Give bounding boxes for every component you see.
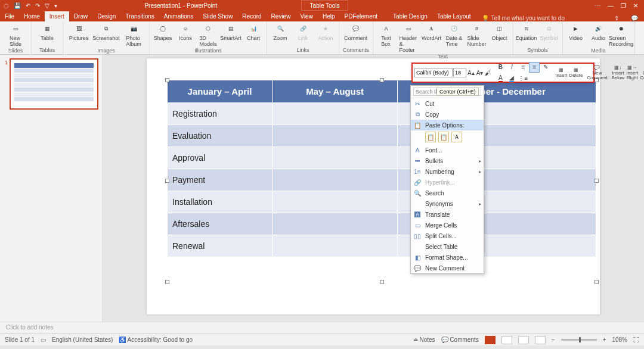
- screenshot-button[interactable]: ⧉Screenshot: [94, 23, 118, 41]
- ctx-translate[interactable]: 🅰Translate: [411, 209, 484, 220]
- font-name-input[interactable]: [414, 68, 453, 77]
- status-language[interactable]: English (United States): [52, 336, 113, 343]
- table-cell[interactable]: [273, 235, 398, 257]
- table-cell[interactable]: Payment: [168, 169, 273, 191]
- tab-table-layout[interactable]: Table Layout: [432, 11, 476, 21]
- ctx-font[interactable]: AFont...: [411, 145, 484, 155]
- zoom-level[interactable]: 108%: [612, 336, 627, 343]
- tab-file[interactable]: File: [0, 11, 19, 21]
- table-cell[interactable]: [273, 125, 398, 147]
- view-slideshow-button[interactable]: [535, 336, 546, 344]
- qat-more-icon[interactable]: ▾: [54, 2, 57, 9]
- start-slideshow-icon[interactable]: ▽: [45, 2, 49, 9]
- wordart-button[interactable]: 𝐀WordArt: [422, 23, 441, 41]
- font-size-input[interactable]: [453, 68, 466, 77]
- table-cell[interactable]: [273, 103, 398, 125]
- fit-to-window-button[interactable]: ⛶: [633, 336, 639, 343]
- equation-button[interactable]: πEquation: [517, 23, 536, 41]
- selection-handle[interactable]: [380, 280, 384, 284]
- share-button[interactable]: ⇪: [608, 15, 625, 21]
- save-icon[interactable]: 💾: [14, 2, 21, 9]
- table-button[interactable]: ▦Table: [35, 23, 59, 41]
- video-button[interactable]: ▶Video: [566, 23, 586, 41]
- notes-pane[interactable]: Click to add notes: [0, 322, 644, 334]
- tab-review[interactable]: Review: [267, 11, 296, 21]
- decrease-font-icon[interactable]: A▾: [476, 67, 484, 78]
- status-spellcheck-icon[interactable]: ▭: [41, 336, 46, 343]
- pictures-button[interactable]: 🖼Pictures: [67, 23, 91, 41]
- slide-number-button[interactable]: #Slide Number: [467, 23, 487, 47]
- header-footer-button[interactable]: ▭Header & Footer: [400, 23, 419, 53]
- tab-insert[interactable]: Insert: [45, 11, 69, 21]
- autosave-toggle[interactable]: ◌: [4, 2, 9, 9]
- comments-pane-button[interactable]: 💬: [625, 15, 644, 21]
- zoom-in-button[interactable]: +: [603, 336, 606, 343]
- tab-design[interactable]: Design: [92, 11, 120, 21]
- table-cell[interactable]: Installation: [168, 191, 273, 213]
- view-reading-button[interactable]: [518, 336, 529, 344]
- mini-delete-button[interactable]: ▦Delete: [568, 64, 583, 82]
- restore-button[interactable]: ❐: [621, 2, 626, 9]
- shapes-button[interactable]: ◯Shapes: [153, 23, 172, 41]
- fill-color-icon[interactable]: ◢: [506, 73, 517, 84]
- minimize-button[interactable]: —: [608, 2, 614, 9]
- selection-handle[interactable]: [165, 280, 169, 284]
- ctx-paste-options[interactable]: 📋Paste Options:: [411, 120, 484, 130]
- tab-draw[interactable]: Draw: [69, 11, 92, 21]
- view-normal-button[interactable]: [485, 336, 496, 344]
- table-cell[interactable]: [273, 147, 398, 169]
- mini-delete-columns-button[interactable]: ▦✕Delete Columns: [639, 64, 644, 82]
- increase-font-icon[interactable]: A▴: [467, 67, 475, 78]
- tab-table-design[interactable]: Table Design: [388, 11, 432, 21]
- table-cell[interactable]: Approval: [168, 147, 273, 169]
- tab-transitions[interactable]: Transitions: [120, 11, 159, 21]
- symbol-button[interactable]: ΩSymbol: [540, 23, 559, 41]
- redo-icon[interactable]: ↷: [35, 2, 40, 9]
- format-painter-icon[interactable]: 🖌: [484, 67, 491, 78]
- photo-album-button[interactable]: 📷Photo Album: [122, 23, 145, 47]
- table-header-0[interactable]: January – April: [168, 80, 273, 103]
- mini-insert-button[interactable]: ▦Insert: [555, 64, 568, 82]
- align-center-icon[interactable]: ≡: [529, 62, 540, 73]
- table-cell[interactable]: [273, 191, 398, 213]
- comment-button[interactable]: 💬Comment: [344, 23, 368, 41]
- ctx-new-comment[interactable]: 💬New Comment: [411, 263, 484, 273]
- date-time-button[interactable]: 🕒Date & Time: [445, 23, 464, 47]
- tab-pdfelement[interactable]: PDFelement: [339, 11, 382, 21]
- align-left-icon[interactable]: ≡: [518, 62, 528, 73]
- table-cell[interactable]: Aftersales: [168, 213, 273, 235]
- screen-recording-button[interactable]: ⏺Screen Recording: [612, 23, 631, 47]
- slide-table[interactable]: January – April May – August September -…: [167, 80, 596, 257]
- tab-slideshow[interactable]: Slide Show: [198, 11, 237, 21]
- status-slide-indicator[interactable]: Slide 1 of 1: [5, 336, 35, 343]
- mini-insert-below-button[interactable]: ▦↓Insert Below: [611, 64, 625, 82]
- slide-thumbnail[interactable]: 1: [10, 58, 98, 110]
- table-cell[interactable]: [273, 213, 398, 235]
- ctx-search[interactable]: 🔍Search: [411, 188, 484, 198]
- 3d-models-button[interactable]: ⬡3D Models: [199, 23, 218, 47]
- ctx-cut[interactable]: ✂Cut: [411, 98, 484, 109]
- zoom-slider[interactable]: [561, 339, 597, 341]
- mini-new-comment-button[interactable]: 💬New Comment: [587, 64, 607, 82]
- mini-insert-right-button[interactable]: ▦→Insert Right: [626, 64, 639, 82]
- selection-handle[interactable]: [595, 179, 599, 183]
- slide-canvas[interactable]: January – April May – August September -…: [147, 58, 600, 314]
- status-notes-button[interactable]: ≐ Notes: [413, 336, 435, 343]
- tab-animations[interactable]: Animations: [159, 11, 198, 21]
- font-color-icon[interactable]: A: [495, 73, 506, 84]
- ribbon-display-options-icon[interactable]: ⋯: [595, 2, 600, 9]
- tab-view[interactable]: View: [295, 11, 318, 21]
- status-accessibility[interactable]: ♿ Accessibility: Good to go: [119, 336, 193, 343]
- table-cell[interactable]: Evaluation: [168, 125, 273, 147]
- italic-button[interactable]: I: [506, 62, 517, 73]
- table-cell[interactable]: Renewal: [168, 235, 273, 257]
- highlight-icon[interactable]: ✎: [540, 62, 551, 73]
- ctx-bullets[interactable]: ≔Bullets▸: [411, 155, 484, 166]
- table-cell[interactable]: [273, 169, 398, 191]
- ctx-split-cells[interactable]: ▯▯Split Cells...: [411, 230, 484, 241]
- icons-button[interactable]: ☺Icons: [176, 23, 195, 41]
- link-button[interactable]: 🔗Link: [293, 23, 312, 41]
- text-box-button[interactable]: AText Box: [377, 23, 396, 47]
- paste-keep-source-icon[interactable]: 📋: [425, 132, 436, 142]
- status-comments-button[interactable]: 💬 Comments: [441, 336, 479, 343]
